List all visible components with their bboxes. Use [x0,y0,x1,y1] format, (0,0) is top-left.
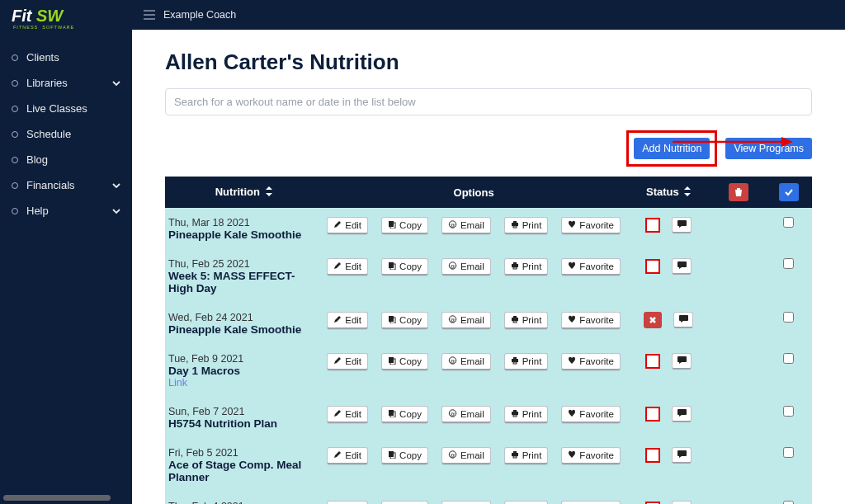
favorite-icon [568,315,576,325]
row-select-checkbox[interactable] [783,501,794,504]
email-icon: @ [448,356,457,366]
email-button[interactable]: @Email [441,406,491,423]
sidebar-item-help[interactable]: Help [0,198,132,224]
row-select-checkbox[interactable] [783,217,794,228]
sidebar-item-financials[interactable]: Financials [0,172,132,198]
favorite-button[interactable]: Favorite [561,258,621,276]
option-label: Edit [345,409,361,419]
svg-rect-29 [513,321,517,323]
print-button[interactable]: Print [504,312,549,329]
sidebar-item-blog[interactable]: Blog [0,147,132,172]
email-button[interactable]: @Email [441,217,491,234]
edit-button[interactable]: Edit [327,312,368,329]
column-header-delete[interactable] [711,177,765,209]
comment-button[interactable] [672,406,692,422]
edit-icon [333,315,342,325]
svg-rect-34 [512,359,518,362]
copy-button[interactable]: Copy [381,217,428,234]
option-label: Favorite [579,450,614,460]
status-checkbox[interactable] [645,259,660,274]
table-row: Thu, Feb 4 2021Monday MealsEditCopy@Emai… [165,492,812,505]
hamburger-icon[interactable] [144,10,155,20]
svg-rect-15 [513,226,517,228]
print-button[interactable]: Print [504,217,549,234]
copy-button[interactable]: Copy [381,258,428,276]
status-checkbox[interactable] [645,218,660,233]
svg-text:@: @ [450,223,455,228]
sidebar-item-schedule[interactable]: Schedule [0,121,132,147]
favorite-button[interactable]: Favorite [561,501,621,504]
nutrition-title: Ace of Stage Comp. Meal Planner [168,459,317,483]
column-header-status[interactable]: Status [625,177,711,209]
select-cell [765,398,812,439]
email-button[interactable]: @Email [441,258,491,276]
copy-button[interactable]: Copy [381,312,428,329]
copy-button[interactable]: Copy [381,406,428,423]
page-title: Allen Carter's Nutrition [132,30,845,88]
copy-button[interactable]: Copy [381,501,428,504]
svg-text:@: @ [450,318,455,323]
print-button[interactable]: Print [504,258,549,276]
edit-button[interactable]: Edit [327,406,368,423]
favorite-button[interactable]: Favorite [561,447,621,464]
svg-text:@: @ [450,453,455,458]
comment-button[interactable] [672,353,692,370]
status-checkbox[interactable] [645,407,660,422]
sidebar-item-clients[interactable]: Clients [0,45,132,70]
edit-button[interactable]: Edit [327,217,368,234]
email-icon: @ [448,220,457,230]
email-button[interactable]: @Email [441,312,491,329]
print-button[interactable]: Print [504,406,549,423]
comment-button[interactable] [672,447,692,464]
bullet-icon [12,54,18,61]
row-select-checkbox[interactable] [783,447,794,458]
sidebar: Fit SW FITNESS SOFTWARE ClientsLibraries… [0,0,132,504]
svg-rect-36 [513,362,517,364]
search-input[interactable] [165,88,812,115]
print-button[interactable]: Print [504,353,549,370]
option-label: Edit [345,315,361,325]
comment-button[interactable] [673,312,693,328]
sidebar-item-live-classes[interactable]: Live Classes [0,96,132,121]
copy-button[interactable]: Copy [381,353,428,370]
favorite-button[interactable]: Favorite [561,353,621,370]
row-select-checkbox[interactable] [783,258,794,269]
nutrition-cell: Sun, Feb 7 2021H5754 Nutrition Plan [165,398,322,439]
favorite-button[interactable]: Favorite [561,217,621,234]
email-button[interactable]: @Email [441,353,491,370]
print-button[interactable]: Print [504,447,549,464]
print-button[interactable]: Print [504,501,549,504]
comment-button[interactable] [672,258,692,275]
print-icon [511,261,519,271]
row-select-checkbox[interactable] [783,406,794,417]
nutrition-link[interactable]: Link [168,377,317,389]
action-row: Add Nutrition View Programs [132,115,845,177]
edit-button[interactable]: Edit [327,258,368,276]
content: Allen Carter's Nutrition Add Nutrition V… [132,30,845,504]
column-header-select-all[interactable] [765,177,812,209]
comment-button[interactable] [672,501,692,504]
svg-text:SW: SW [36,7,64,25]
status-blocked-icon[interactable] [644,312,662,328]
email-button[interactable]: @Email [441,447,491,464]
svg-rect-13 [512,223,518,226]
edit-button[interactable]: Edit [327,501,368,504]
status-checkbox[interactable] [645,354,660,369]
edit-button[interactable]: Edit [327,447,368,464]
email-button[interactable]: @Email [441,501,491,504]
option-label: Copy [399,356,422,366]
column-header-nutrition[interactable]: Nutrition [165,177,322,209]
comment-button[interactable] [672,217,692,233]
status-checkbox[interactable] [645,448,660,463]
status-cell [625,209,711,250]
row-select-checkbox[interactable] [783,353,794,364]
row-select-checkbox[interactable] [783,312,794,323]
sidebar-horizontal-scrollbar[interactable] [3,495,111,501]
option-label: Print [522,315,542,325]
favorite-button[interactable]: Favorite [561,312,621,329]
edit-button[interactable]: Edit [327,353,368,370]
favorite-button[interactable]: Favorite [561,406,621,423]
copy-button[interactable]: Copy [381,447,428,464]
sidebar-item-libraries[interactable]: Libraries [0,70,132,96]
table-row: Fri, Feb 5 2021Ace of Stage Comp. Meal P… [165,439,812,492]
